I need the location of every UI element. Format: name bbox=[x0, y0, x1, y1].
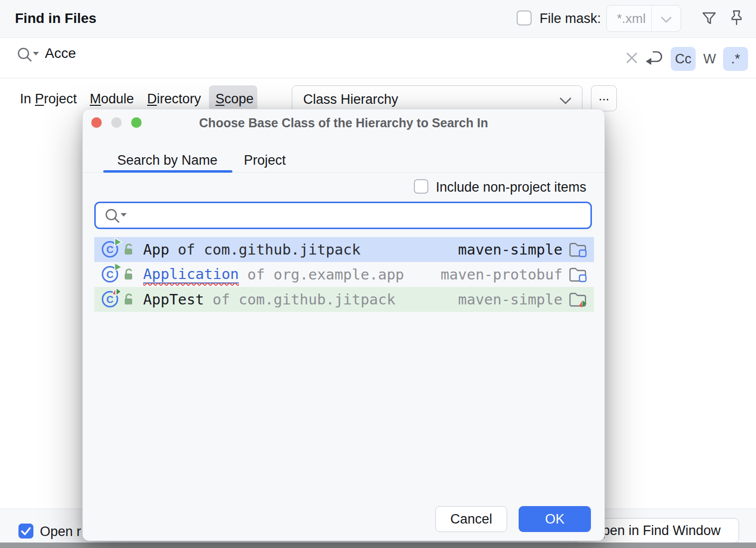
active-tab-indicator bbox=[103, 170, 232, 173]
search-icon bbox=[103, 207, 129, 227]
match-case-toggle[interactable]: Cc bbox=[671, 47, 696, 71]
class-name: AppTest bbox=[143, 291, 204, 308]
class-package: of org.example.app bbox=[247, 266, 404, 283]
module-folder-icon bbox=[568, 266, 587, 283]
file-mask-value: *.xml bbox=[617, 11, 646, 26]
search-input[interactable]: Acce bbox=[45, 45, 76, 61]
clear-search-icon[interactable] bbox=[624, 50, 639, 65]
scope-option-module[interactable]: Module bbox=[90, 91, 134, 107]
runnable-class-icon: C bbox=[102, 241, 119, 258]
module-name: maven-simple bbox=[458, 291, 563, 308]
filter-icon[interactable] bbox=[700, 9, 718, 27]
open-results-checkbox[interactable] bbox=[18, 524, 33, 539]
run-badge-icon bbox=[113, 262, 123, 272]
unlocked-icon bbox=[123, 268, 135, 281]
choose-base-class-dialog: Choose Base Class of the Hierarchy to Se… bbox=[82, 109, 605, 541]
tab-project[interactable]: Project bbox=[244, 153, 286, 168]
test-module-folder-icon bbox=[568, 291, 587, 308]
module-name: maven-simple bbox=[458, 241, 563, 258]
results-list: C App of com.github.jitpack maven-simple… bbox=[94, 237, 594, 312]
file-mask-label: File mask: bbox=[540, 11, 601, 26]
search-bar[interactable]: Acce Cc W .* bbox=[0, 38, 756, 78]
tab-search-by-name[interactable]: Search by Name bbox=[117, 153, 217, 168]
checkmark-icon bbox=[18, 524, 33, 539]
search-history-icon[interactable] bbox=[15, 44, 41, 66]
window-bottom-edge bbox=[0, 543, 756, 548]
window-header: Find in Files File mask: *.xml bbox=[0, 0, 756, 38]
test-badge-icon bbox=[111, 287, 123, 297]
class-name: App bbox=[143, 241, 169, 258]
list-item[interactable]: C App of com.github.jitpack maven-simple bbox=[94, 237, 594, 262]
run-badge-icon bbox=[113, 237, 123, 247]
chevron-down-icon bbox=[559, 97, 572, 105]
list-item[interactable]: C AppTest of com.github.jitpack maven-si… bbox=[94, 287, 594, 312]
scope-more-button[interactable]: ... bbox=[591, 85, 617, 111]
unlocked-icon bbox=[123, 243, 135, 257]
test-class-icon: C bbox=[102, 291, 119, 308]
class-package: of com.github.jitpack bbox=[212, 291, 395, 308]
class-name: Application bbox=[143, 266, 239, 283]
scope-option-in-project[interactable]: In Project bbox=[20, 91, 77, 107]
find-in-files-window: Find in Files File mask: *.xml Acce Cc W… bbox=[0, 0, 756, 548]
scope-option-directory[interactable]: Directory bbox=[147, 91, 201, 107]
ok-button[interactable]: OK bbox=[519, 506, 591, 532]
cancel-button[interactable]: Cancel bbox=[435, 506, 507, 532]
module-folder-icon bbox=[568, 241, 587, 258]
include-non-project-label: Include non-project items bbox=[436, 180, 586, 195]
new-line-icon[interactable] bbox=[643, 47, 665, 67]
unlocked-icon bbox=[123, 292, 135, 306]
pin-icon[interactable] bbox=[727, 8, 746, 28]
runnable-class-icon: C bbox=[102, 266, 119, 283]
open-results-label: Open r bbox=[40, 524, 81, 540]
class-search-input[interactable] bbox=[94, 202, 592, 229]
module-name: maven-protobuf bbox=[441, 266, 563, 283]
regex-toggle[interactable]: .* bbox=[723, 47, 748, 71]
include-non-project-checkbox[interactable] bbox=[414, 179, 428, 194]
scope-dropdown-value: Class Hierarchy bbox=[303, 92, 398, 107]
chevron-down-icon bbox=[660, 16, 672, 23]
dialog-title: Choose Base Class of the Hierarchy to Se… bbox=[83, 116, 604, 130]
class-package: of com.github.jitpack bbox=[178, 241, 361, 258]
file-mask-checkbox[interactable] bbox=[517, 10, 532, 25]
list-item[interactable]: C Application of org.example.app maven-p… bbox=[94, 262, 594, 287]
page-title: Find in Files bbox=[15, 10, 96, 26]
scope-option-scope[interactable]: Scope bbox=[215, 91, 254, 107]
whole-words-toggle[interactable]: W bbox=[697, 47, 722, 71]
file-mask-combobox[interactable]: *.xml bbox=[606, 5, 681, 32]
